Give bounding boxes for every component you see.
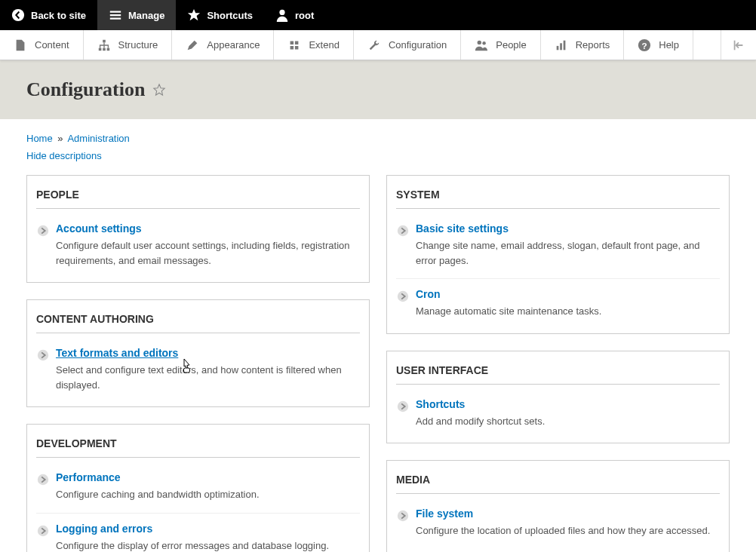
panel-item: Basic site settings Change site name, em… (396, 213, 720, 279)
text-formats-link[interactable]: Text formats and editors (56, 347, 178, 359)
svg-point-0 (12, 9, 24, 21)
panel-item: Logging and errors Configure the display… (36, 514, 360, 553)
account-settings-link[interactable]: Account settings (56, 222, 142, 235)
user-icon (275, 8, 289, 22)
panel-system: System Basic site settings Change site n… (386, 175, 730, 334)
appearance-icon (186, 38, 199, 52)
chevron-right-icon (36, 473, 50, 486)
panel-title: Development (36, 432, 360, 458)
menu-appearance[interactable]: Appearance (172, 30, 274, 60)
people-icon (475, 38, 488, 52)
svg-rect-5 (106, 48, 109, 51)
svg-point-20 (398, 400, 408, 411)
chevron-right-icon (36, 348, 50, 362)
file-system-link[interactable]: File system (416, 508, 473, 520)
structure-icon (97, 38, 111, 52)
collapse-icon (732, 38, 745, 52)
hide-descriptions: Hide descriptions (26, 150, 730, 161)
svg-rect-8 (556, 45, 558, 49)
panel-item: Performance Configure caching and bandwi… (36, 462, 360, 514)
panel-item: Account settings Configure default user … (36, 213, 360, 278)
svg-point-6 (478, 40, 481, 44)
wrench-icon (367, 38, 381, 52)
panel-title: People (36, 183, 360, 209)
breadcrumb: Home » Administration (26, 133, 730, 144)
manage-label: Manage (128, 10, 164, 21)
panel-media: Media File system Configure the location… (386, 460, 730, 552)
svg-point-19 (398, 291, 408, 302)
menu-configuration[interactable]: Configuration (354, 30, 461, 60)
top-toolbar: Back to site Manage Shortcuts root (0, 0, 756, 30)
breadcrumb-admin[interactable]: Administration (67, 133, 129, 144)
panel-item: Shortcuts Add and modify shortcut sets. (396, 389, 720, 440)
cursor-pointer-icon (180, 358, 194, 375)
svg-rect-9 (560, 43, 562, 50)
chevron-right-icon (396, 400, 410, 413)
panel-title: Content Authoring (36, 308, 360, 333)
admin-menu: Content Structure Appearance Extend Conf… (0, 30, 756, 60)
panel-title: System (396, 183, 720, 209)
svg-point-14 (38, 350, 48, 360)
menu-help[interactable]: ? Help (624, 30, 693, 60)
item-description: Configure default user account settings,… (56, 238, 360, 268)
menu-collapse-button[interactable] (721, 30, 756, 60)
performance-link[interactable]: Performance (56, 471, 121, 483)
shortcuts-link[interactable]: Shortcuts (416, 398, 465, 410)
panel-item: Text formats and editors Select and conf… (36, 338, 360, 403)
left-column: People Account settings Configure defaul… (26, 175, 370, 552)
item-description: Select and configure text editors, and h… (56, 363, 360, 392)
back-label: Back to site (31, 10, 86, 21)
svg-rect-2 (103, 39, 106, 42)
user-label: root (295, 10, 314, 21)
basic-site-settings-link[interactable]: Basic site settings (416, 222, 509, 235)
item-description: Configure caching and bandwidth optimiza… (56, 487, 360, 502)
svg-point-16 (38, 474, 48, 485)
menu-reports[interactable]: Reports (541, 30, 625, 60)
item-description: Manage automatic site maintenance tasks. (416, 304, 720, 319)
panel-item: File system Configure the location of up… (396, 498, 720, 549)
cron-link[interactable]: Cron (416, 288, 441, 300)
manage-button[interactable]: Manage (97, 0, 176, 30)
logging-errors-link[interactable]: Logging and errors (56, 523, 152, 535)
chevron-right-icon (396, 509, 410, 523)
panel-item: Cron Manage automatic site maintenance t… (396, 279, 720, 330)
back-to-site-button[interactable]: Back to site (0, 0, 97, 30)
star-icon (187, 8, 201, 22)
svg-point-18 (398, 225, 408, 236)
reports-icon (555, 38, 568, 52)
content-area: Home » Administration Hide descriptions … (0, 119, 756, 552)
breadcrumb-home[interactable]: Home (26, 133, 53, 144)
item-description: Configure the location of uploaded files… (416, 523, 720, 538)
manage-icon (109, 8, 122, 22)
svg-text:?: ? (642, 40, 647, 50)
chevron-right-icon (396, 290, 410, 303)
item-description: Configure the display of error messages … (56, 538, 360, 553)
help-icon: ? (638, 38, 651, 52)
svg-point-7 (483, 41, 487, 45)
svg-point-13 (38, 225, 48, 236)
panel-title: User Interface (396, 359, 720, 385)
item-description: Add and modify shortcut sets. (416, 414, 720, 429)
page-header: Configuration (0, 60, 756, 119)
breadcrumb-separator: » (57, 133, 63, 144)
chevron-right-icon (36, 224, 50, 238)
menu-extend[interactable]: Extend (274, 30, 353, 60)
right-column: System Basic site settings Change site n… (386, 175, 730, 552)
favorite-star-icon[interactable] (152, 83, 166, 97)
user-button[interactable]: root (264, 0, 325, 30)
extend-icon (287, 38, 301, 52)
file-icon (14, 38, 27, 52)
svg-rect-3 (98, 48, 101, 51)
svg-point-1 (279, 10, 284, 15)
svg-point-17 (38, 525, 48, 535)
svg-rect-15 (184, 368, 190, 373)
hide-descriptions-link[interactable]: Hide descriptions (26, 150, 102, 161)
page-title: Configuration (26, 78, 738, 101)
back-icon (11, 8, 25, 22)
svg-rect-10 (563, 40, 565, 50)
panel-development: Development Performance Configure cachin… (26, 424, 370, 552)
menu-structure[interactable]: Structure (84, 30, 173, 60)
menu-people[interactable]: People (461, 30, 540, 60)
shortcuts-button[interactable]: Shortcuts (176, 0, 264, 30)
menu-content[interactable]: Content (0, 30, 84, 60)
